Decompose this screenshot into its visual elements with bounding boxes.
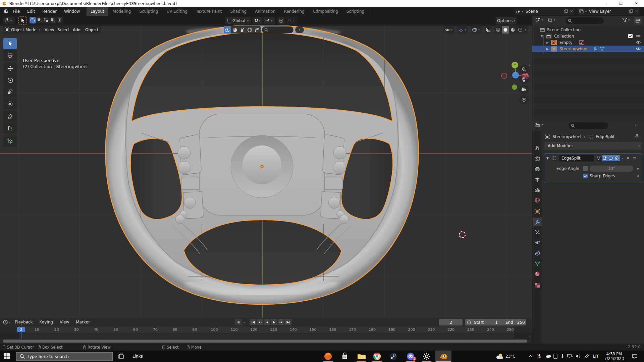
timeline-channel[interactable] <box>0 333 532 339</box>
snap-target-dropdown[interactable]: ▾ <box>264 17 275 24</box>
start-button[interactable] <box>3 353 10 360</box>
add-modifier-button[interactable]: Add Modifier ▾ <box>544 142 642 149</box>
visibility-dropdown[interactable]: ▾ <box>444 26 454 34</box>
brush-icon[interactable] <box>253 26 261 34</box>
play-reverse-button[interactable] <box>264 319 270 325</box>
drag-handle-icon[interactable] <box>633 156 637 160</box>
tool-add-cube[interactable] <box>3 135 17 147</box>
playhead-frame-badge[interactable]: 2 <box>17 327 25 332</box>
shading-rendered-icon[interactable] <box>517 26 524 34</box>
snap-toggle[interactable]: ▾ <box>253 17 263 24</box>
topbar-menu[interactable]: Edit <box>23 7 39 16</box>
new-view-layer-icon[interactable] <box>629 9 633 13</box>
properties-tab-material[interactable] <box>533 269 542 278</box>
outliner-row-empty[interactable]: ▶ Empty <box>532 39 644 46</box>
tool-measure[interactable] <box>3 122 17 134</box>
workspace-tab[interactable]: Sculpting <box>135 7 162 16</box>
camera-view-button[interactable] <box>519 85 529 94</box>
shading-wireframe-icon[interactable] <box>494 26 502 34</box>
tool-scale[interactable] <box>3 86 17 98</box>
topbar-menu[interactable]: File <box>9 7 23 16</box>
scene-selector[interactable]: ▾ Scene ✕ <box>514 8 575 15</box>
breadcrumb-object-name[interactable]: Steeringwheel <box>552 134 581 139</box>
transform-orientation-dropdown[interactable]: Global ▾ <box>225 17 251 24</box>
taskbar-app-steam[interactable] <box>385 351 401 362</box>
sphere-pie-icon[interactable] <box>231 26 238 34</box>
hide-eye-icon[interactable] <box>636 40 641 45</box>
shading-material-icon[interactable] <box>509 26 517 34</box>
workspace-tab[interactable]: Texture Paint <box>192 7 226 16</box>
new-scene-icon[interactable] <box>564 9 568 13</box>
select-mode-invert[interactable] <box>50 17 56 23</box>
current-frame-field[interactable]: 2 <box>439 319 463 325</box>
properties-tab-modifiers[interactable] <box>533 218 542 226</box>
edge-angle-slider[interactable]: 30° <box>590 166 633 172</box>
topbar-menu[interactable]: Render <box>39 7 60 16</box>
animate-dot[interactable] <box>637 175 639 177</box>
shading-solid-icon[interactable] <box>502 26 509 34</box>
weather-widget[interactable]: 23°C <box>496 352 516 361</box>
properties-editor-dropdown[interactable]: ▾ <box>535 122 544 127</box>
modifier-close-icon[interactable]: ✕ <box>626 156 630 161</box>
properties-tab-object[interactable] <box>533 207 542 216</box>
taskbar-app-chrome[interactable] <box>369 351 385 362</box>
close-button[interactable]: ✕ <box>629 0 644 7</box>
add-workspace-button[interactable]: + <box>314 8 321 15</box>
overlays-dropdown[interactable]: ▾ <box>471 26 482 34</box>
select-mode-subtract[interactable] <box>43 17 49 23</box>
next-keyframe-button[interactable] <box>278 319 284 325</box>
proportional-falloff-dropdown[interactable]: ▾ <box>285 17 298 24</box>
toggle-show-edit-mode[interactable] <box>602 155 608 161</box>
hide-eye-icon[interactable] <box>636 47 641 51</box>
taskbar-search[interactable]: Type here to search <box>16 352 113 361</box>
volume-icon[interactable] <box>576 354 581 359</box>
outliner-row-steeringwheel[interactable]: ▶ Steeringwheel <box>532 46 644 52</box>
taskbar-app-blender[interactable] <box>435 351 451 362</box>
end-value[interactable]: 250 <box>517 320 525 325</box>
workspace-tab[interactable]: Compositing <box>309 7 342 16</box>
blender-logo-icon[interactable] <box>3 9 9 14</box>
properties-tab-texture[interactable] <box>533 281 542 290</box>
mic-muted-icon[interactable] <box>537 354 542 359</box>
panel-divider[interactable] <box>532 16 532 344</box>
select-mode-intersect[interactable] <box>56 17 63 23</box>
taskbar-app-firefox[interactable] <box>320 351 336 362</box>
properties-tab-physics[interactable] <box>533 238 542 247</box>
taskbar-app-store[interactable] <box>337 351 353 362</box>
collection-checkbox[interactable] <box>628 34 633 38</box>
collapsed-menu-chevron[interactable]: ▾ <box>295 26 304 33</box>
workspace-tab[interactable]: Shading <box>226 7 251 16</box>
globe-icon[interactable] <box>246 26 253 34</box>
outliner-row-scene-collection[interactable]: Scene Collection <box>532 26 644 33</box>
tool-transform[interactable] <box>3 98 17 109</box>
start-value[interactable]: 1 <box>495 320 498 325</box>
workspace-tab[interactable]: Layout <box>87 7 109 16</box>
mic-icon[interactable] <box>560 354 565 359</box>
properties-tab-constraints[interactable] <box>533 249 542 257</box>
sidebar-collapse-arrow[interactable]: ‹ <box>529 63 530 67</box>
tool-annotate[interactable] <box>3 111 17 122</box>
sharp-edges-checkbox[interactable] <box>583 174 588 178</box>
disclosure-triangle[interactable]: ▼ <box>541 35 543 38</box>
orthographic-toggle-button[interactable] <box>519 95 529 104</box>
workspace-tab[interactable]: Modeling <box>109 7 136 16</box>
edge-angle-checkbox[interactable] <box>583 166 588 171</box>
select-mode-new[interactable] <box>30 17 36 23</box>
outliner-filter-id-type[interactable]: ▾ <box>547 17 556 22</box>
disclosure-triangle[interactable]: ▶ <box>546 41 549 44</box>
outliner-display-mode[interactable]: ▾ <box>535 17 544 22</box>
workspace-tab[interactable]: Animation <box>251 7 280 16</box>
droplet-icon[interactable] <box>238 26 246 34</box>
taskbar-app-settings[interactable] <box>419 351 435 362</box>
tool-select-box[interactable] <box>3 38 17 49</box>
zoom-button[interactable] <box>519 65 529 74</box>
timeline-scrollbar-thumb[interactable] <box>3 340 527 343</box>
taskbar-app-explorer[interactable] <box>353 351 369 362</box>
properties-tab-output[interactable] <box>533 165 542 173</box>
previous-keyframe-button[interactable] <box>257 319 263 325</box>
properties-tab-viewlayer[interactable] <box>533 175 542 184</box>
taskbar-app-discord[interactable]: 1 <box>402 351 419 362</box>
modifier-extras-chevron[interactable]: ▾ <box>622 157 623 160</box>
language-indicator[interactable]: LIT <box>593 354 599 359</box>
tool-cursor[interactable] <box>3 50 17 61</box>
